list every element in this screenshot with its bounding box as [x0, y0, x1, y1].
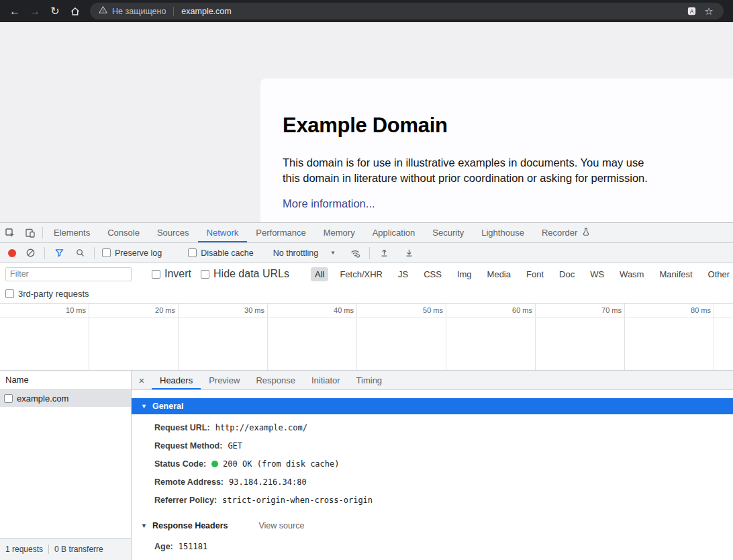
response-headers-label: Response Headers	[152, 521, 228, 530]
tab-network[interactable]: Network	[198, 223, 248, 242]
filter-pill-fetch-xhr[interactable]: Fetch/XHR	[336, 267, 387, 281]
request-row-example-com[interactable]: example.com	[0, 390, 131, 407]
disable-cache-label: Disable cache	[201, 248, 254, 258]
response-headers-section-header[interactable]: ▼ Response Headers View source	[132, 517, 733, 534]
tab-recorder-label: Recorder	[542, 228, 577, 238]
requests-panel: Name example.com 1 requests 0 B transfer…	[0, 371, 132, 560]
header-key: Referrer Policy:	[154, 496, 217, 505]
header-value: GET	[228, 441, 242, 451]
close-icon[interactable]: ×	[132, 371, 152, 389]
filter-pill-img[interactable]: Img	[453, 267, 476, 281]
devtools-panel: Elements Console Sources Network Perform…	[0, 222, 733, 560]
detail-tab-timing[interactable]: Timing	[348, 371, 391, 389]
timeline-tick: 30 ms	[244, 306, 264, 314]
header-row-referrer-policy: Referrer Policy: strict-origin-when-cros…	[132, 491, 733, 509]
filter-pill-doc[interactable]: Doc	[555, 267, 579, 281]
device-toolbar-icon[interactable]	[20, 223, 40, 242]
preserve-log-checkbox[interactable]	[102, 248, 111, 257]
filter-pill-css[interactable]: CSS	[420, 267, 446, 281]
more-information-link[interactable]: More information...	[283, 197, 375, 210]
address-bar[interactable]: Не защищено example.com A ☆	[90, 3, 724, 19]
request-row-checkbox[interactable]	[4, 394, 13, 403]
browser-toolbar: ← → ↻ Не защищено example.com A ☆	[0, 0, 733, 22]
hide-data-urls-toggle[interactable]: Hide data URLs	[201, 268, 289, 280]
url-text[interactable]: example.com	[181, 7, 231, 16]
name-column-header[interactable]: Name	[0, 371, 131, 390]
import-har-icon[interactable]	[377, 246, 391, 260]
header-value: 200 OK (from disk cache)	[223, 459, 339, 469]
invert-toggle[interactable]: Invert	[152, 268, 191, 280]
tab-performance[interactable]: Performance	[247, 223, 314, 242]
network-filterbar: Invert Hide data URLs All Fetch/XHR JS C…	[0, 263, 733, 285]
request-details-panel: × Headers Preview Response Initiator Tim…	[132, 371, 733, 560]
filter-pill-all[interactable]: All	[311, 267, 328, 281]
filter-pill-js[interactable]: JS	[394, 267, 412, 281]
security-label[interactable]: Не защищено	[112, 7, 166, 16]
timeline-tick: 70 ms	[601, 306, 622, 314]
export-har-icon[interactable]	[402, 246, 416, 260]
invert-checkbox[interactable]	[152, 270, 160, 279]
tab-lighthouse[interactable]: Lighthouse	[473, 223, 533, 242]
bookmark-star-icon[interactable]: ☆	[702, 5, 716, 18]
svg-text:A: A	[689, 8, 693, 15]
header-row-request-url: Request URL: http://example.com/	[132, 418, 733, 436]
tab-application[interactable]: Application	[364, 223, 424, 242]
general-section-header[interactable]: ▼ General	[132, 398, 733, 414]
header-row-request-method: Request Method: GET	[132, 436, 733, 455]
web-page: Example Domain This domain is for use in…	[0, 22, 733, 222]
network-overview-timeline[interactable]: 10 ms 20 ms 30 ms 40 ms 50 ms 60 ms 70 m…	[0, 304, 733, 371]
disable-cache-toggle[interactable]: Disable cache	[188, 248, 254, 258]
header-value: http://example.com/	[215, 423, 307, 432]
timeline-column: 70 ms	[536, 304, 625, 370]
detail-tab-preview[interactable]: Preview	[201, 371, 248, 389]
filter-pill-font[interactable]: Font	[522, 267, 548, 281]
header-value: strict-origin-when-cross-origin	[222, 496, 373, 505]
tab-elements[interactable]: Elements	[45, 223, 99, 242]
filter-pill-ws[interactable]: WS	[586, 267, 608, 281]
tab-security[interactable]: Security	[424, 223, 473, 242]
timeline-tick: 10 ms	[66, 306, 86, 314]
hide-data-urls-label: Hide data URLs	[213, 268, 289, 280]
reload-icon[interactable]: ↻	[47, 3, 63, 19]
inspect-element-icon[interactable]	[0, 223, 20, 242]
throttling-select[interactable]: No throttling ▼	[273, 248, 336, 258]
record-icon[interactable]	[8, 249, 16, 257]
filter-input[interactable]	[5, 267, 132, 281]
tab-sources[interactable]: Sources	[148, 223, 198, 242]
hide-data-urls-checkbox[interactable]	[201, 270, 209, 279]
header-key: Request URL:	[154, 423, 210, 432]
network-conditions-icon[interactable]	[348, 246, 362, 260]
tab-console[interactable]: Console	[99, 223, 148, 242]
tab-recorder[interactable]: Recorder	[533, 223, 599, 242]
tab-memory[interactable]: Memory	[315, 223, 364, 242]
timeline-column: 80 ms	[625, 304, 714, 370]
separator	[369, 247, 370, 259]
filter-icon[interactable]	[52, 246, 66, 260]
filter-pill-other[interactable]: Other	[704, 267, 733, 281]
home-icon[interactable]	[67, 3, 83, 19]
filter-pill-manifest[interactable]: Manifest	[655, 267, 696, 281]
search-icon[interactable]	[73, 246, 87, 260]
general-section-label: General	[152, 402, 184, 411]
filter-pill-wasm[interactable]: Wasm	[616, 267, 648, 281]
timeline-tick: 40 ms	[334, 306, 354, 314]
page-title: Example Domain	[283, 113, 706, 138]
preserve-log-toggle[interactable]: Preserve log	[102, 248, 162, 258]
forward-icon[interactable]: →	[27, 3, 43, 19]
separator	[44, 247, 45, 259]
detail-tab-response[interactable]: Response	[248, 371, 303, 389]
detail-tab-headers[interactable]: Headers	[152, 371, 201, 389]
header-row-status-code: Status Code: 200 OK (from disk cache)	[132, 455, 733, 473]
detail-tab-initiator[interactable]: Initiator	[303, 371, 348, 389]
request-name: example.com	[17, 393, 68, 404]
back-icon[interactable]: ←	[7, 3, 23, 19]
filter-pill-media[interactable]: Media	[483, 267, 515, 281]
third-party-checkbox[interactable]	[5, 289, 14, 298]
clear-icon[interactable]	[23, 246, 37, 260]
timeline-tick: 20 ms	[155, 306, 175, 314]
devtools-tabbar: Elements Console Sources Network Perform…	[0, 223, 733, 243]
view-source-link[interactable]: View source	[258, 521, 304, 530]
translate-icon[interactable]: A	[685, 5, 698, 18]
disable-cache-checkbox[interactable]	[188, 248, 197, 257]
network-toolbar: Preserve log Disable cache No throttling…	[0, 243, 733, 263]
